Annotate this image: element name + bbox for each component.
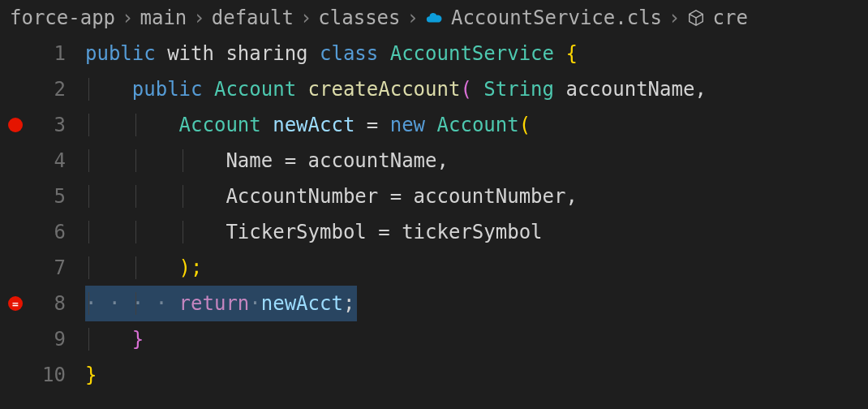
line-number[interactable]: 6 — [0, 221, 85, 243]
breadcrumb-separator: › — [668, 6, 680, 29]
conditional-breakpoint-icon[interactable] — [8, 296, 23, 311]
breadcrumb-item[interactable]: AccountService.cls — [451, 6, 662, 29]
code-line: 4 Name = accountName, — [0, 143, 868, 179]
cloud-icon — [425, 9, 443, 27]
breadcrumb-separator: › — [300, 6, 312, 29]
code-line: 1 public with sharing class AccountServi… — [0, 36, 868, 71]
line-number[interactable]: 1 — [0, 42, 85, 65]
line-number[interactable]: 4 — [0, 149, 85, 172]
code-line: 9 } — [0, 321, 868, 357]
code-line: 7 ); — [0, 250, 868, 286]
breadcrumb-item[interactable]: main — [140, 6, 187, 29]
line-number[interactable]: 8 — [0, 292, 85, 315]
breadcrumb-separator: › — [407, 6, 419, 29]
cube-icon — [687, 9, 705, 27]
line-number[interactable]: 7 — [0, 256, 85, 279]
breadcrumb-separator: › — [193, 6, 204, 29]
line-number[interactable]: 10 — [0, 364, 85, 386]
breadcrumb-item[interactable]: classes — [318, 6, 400, 29]
line-number[interactable]: 5 — [0, 185, 85, 208]
code-editor[interactable]: 1 public with sharing class AccountServi… — [0, 36, 868, 393]
line-number[interactable]: 2 — [0, 78, 85, 101]
code-line: 2 public Account createAccount( String a… — [0, 71, 868, 107]
line-number[interactable]: 9 — [0, 328, 85, 351]
code-line: 6 TickerSymbol = tickerSymbol — [0, 214, 868, 250]
breadcrumb-separator: › — [122, 6, 133, 29]
code-line: 3 Account newAcct = new Account( — [0, 107, 868, 143]
code-line: 5 AccountNumber = accountNumber, — [0, 179, 868, 214]
line-number[interactable]: 3 — [0, 114, 85, 136]
breadcrumb-item[interactable]: cre — [713, 6, 748, 29]
breadcrumb[interactable]: force-app › main › default › classes › A… — [0, 0, 868, 36]
breadcrumb-item[interactable]: default — [212, 6, 294, 29]
code-line: 10 } — [0, 357, 868, 393]
breadcrumb-item[interactable]: force-app — [10, 6, 115, 29]
breakpoint-icon[interactable] — [8, 118, 23, 132]
code-line: 8 · · · · return·newAcct; — [0, 286, 868, 321]
